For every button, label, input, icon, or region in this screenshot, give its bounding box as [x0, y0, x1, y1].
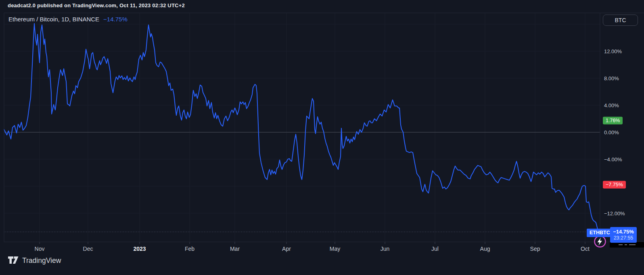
axis-date-tooltip [610, 242, 644, 248]
time-axis-label: 2023 [133, 246, 146, 252]
time-axis-label: Sep [530, 246, 540, 252]
price-axis-label: 0.00% [604, 129, 619, 135]
time-axis-label: Feb [185, 246, 194, 252]
dash [629, 244, 636, 245]
high-change-badge: 1.76% [603, 117, 623, 124]
time-axis-label: Jul [431, 246, 439, 252]
time-axis-label: May [330, 246, 340, 252]
time-axis-label: Aug [480, 246, 490, 252]
price-axis-label: 12.00% [604, 48, 622, 54]
symbol-title: Ethereum / Bitcoin, 1D, BINANCE [8, 16, 99, 23]
time-axis-label: Nov [35, 246, 45, 252]
price-axis-label: −4.00% [604, 156, 622, 162]
tradingview-logo-text: TradingView [22, 256, 61, 265]
chart-legend[interactable]: Ethereum / Bitcoin, 1D, BINANCE−14.75% [8, 16, 128, 23]
price-chart[interactable] [0, 0, 644, 275]
price-axis-label: −12.00% [604, 210, 625, 217]
price-axis-label: 8.00% [604, 75, 619, 81]
bar-countdown-timer: 23:27:55 [610, 235, 637, 241]
symbol-flag-label: ETHBTC [587, 229, 613, 237]
time-axis-label: Jun [381, 246, 390, 252]
time-axis[interactable]: NovDec2023FebMarAprMayJunJulAugSepOct [0, 245, 644, 254]
dash [619, 244, 623, 245]
tradingview-logo[interactable]: TradingView [8, 256, 61, 265]
dash [625, 244, 627, 245]
price-axis-label: 4.00% [604, 102, 619, 108]
tradingview-logo-icon [8, 256, 19, 265]
time-axis-label: Mar [230, 246, 240, 252]
current-price-badge: −14.75% 23:27:55 [610, 227, 637, 243]
low-change-badge: −7.75% [603, 181, 626, 188]
currency-toggle-button[interactable]: BTC [603, 15, 638, 26]
current-change-value: −14.75% [610, 228, 637, 235]
change-percent: −14.75% [103, 16, 128, 23]
time-axis-label: Dec [83, 246, 93, 252]
time-axis-label: Apr [282, 246, 291, 252]
time-axis-label: Oct [581, 246, 590, 252]
